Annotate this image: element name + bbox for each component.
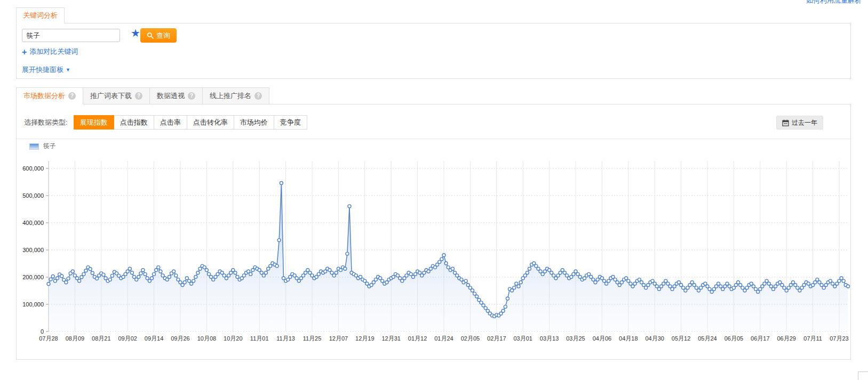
expand-quick-panel-label: 展开快捷面板: [22, 65, 63, 75]
svg-text:12月31: 12月31: [381, 335, 400, 342]
svg-text:06月17: 06月17: [751, 335, 769, 342]
chart-axis: [46, 161, 49, 332]
question-circle-icon[interactable]: ?: [188, 92, 195, 100]
svg-text:10月20: 10月20: [224, 335, 242, 342]
svg-text:500,000: 500,000: [22, 192, 44, 199]
svg-text:12月07: 12月07: [329, 335, 348, 342]
add-compare-keyword-link[interactable]: + 添加对比关键词: [22, 47, 78, 56]
data-type-impression-index[interactable]: 展现指数: [74, 115, 114, 130]
search-icon: [147, 32, 154, 39]
question-circle-icon[interactable]: ?: [254, 92, 262, 100]
tab-market-data-analysis[interactable]: 市场数据分析 ?: [16, 87, 83, 104]
data-type-click-rate[interactable]: 点击率: [154, 115, 187, 130]
svg-text:08月09: 08月09: [66, 335, 84, 342]
data-type-competition[interactable]: 竞争度: [274, 115, 307, 130]
svg-text:05月24: 05月24: [698, 335, 716, 342]
chart-area: [49, 183, 848, 332]
data-type-label: 选择数据类型:: [24, 118, 68, 127]
svg-text:03月13: 03月13: [540, 335, 559, 342]
svg-text:400,000: 400,000: [22, 220, 44, 226]
svg-text:11月01: 11月01: [250, 335, 269, 342]
svg-text:09月26: 09月26: [171, 335, 189, 342]
svg-text:200,000: 200,000: [22, 274, 44, 280]
svg-text:11月25: 11月25: [303, 335, 322, 342]
question-circle-icon[interactable]: ?: [135, 92, 142, 100]
svg-text:10月08: 10月08: [197, 335, 216, 342]
tab-keyword-analysis[interactable]: 关键词分析: [16, 7, 65, 23]
favorite-star-icon[interactable]: ★: [131, 27, 140, 39]
tab-promo-wordlist-download[interactable]: 推广词表下载 ?: [83, 87, 150, 104]
expand-quick-panel-link[interactable]: 展开快捷面板 ▼: [22, 65, 70, 75]
svg-text:09月02: 09月02: [118, 335, 137, 342]
svg-text:07月23: 07月23: [830, 335, 848, 342]
svg-text:06月29: 06月29: [777, 335, 795, 342]
data-type-toolbar: 选择数据类型: 展现指数 点击指数 点击率 点击转化率 市场均价 竞争度: [24, 115, 307, 130]
svg-text:12月19: 12月19: [355, 335, 374, 342]
svg-text:100,000: 100,000: [22, 301, 44, 308]
svg-text:04月18: 04月18: [619, 335, 638, 342]
calendar-icon: [782, 119, 789, 126]
legend-swatch: [29, 143, 39, 150]
svg-text:600,000: 600,000: [22, 165, 44, 172]
svg-text:05月12: 05月12: [672, 335, 690, 342]
svg-text:04月06: 04月06: [593, 335, 611, 342]
chart-legend: 筷子: [29, 142, 56, 151]
svg-text:02月17: 02月17: [487, 335, 506, 342]
tab-online-promo-ranking-label: 线上推广排名: [210, 91, 251, 101]
legend-series-label: 筷子: [43, 142, 56, 151]
traffic-analysis-help-link[interactable]: 如何利用流量解析: [806, 0, 862, 5]
add-compare-keyword-label: 添加对比关键词: [29, 47, 78, 56]
tab-data-pivot-label: 数据透视: [157, 91, 185, 101]
svg-text:06月05: 06月05: [724, 335, 743, 342]
query-button[interactable]: 查询: [140, 28, 177, 43]
trend-chart[interactable]: 07月2808月0908月2109月0209月1409月2610月0810月20…: [17, 158, 851, 350]
keyword-input[interactable]: [22, 29, 120, 42]
tab-market-data-analysis-label: 市场数据分析: [23, 91, 65, 101]
svg-text:300,000: 300,000: [22, 247, 44, 253]
tab-data-pivot[interactable]: 数据透视 ?: [150, 87, 203, 104]
query-button-label: 查询: [156, 31, 170, 41]
svg-text:0: 0: [41, 328, 44, 335]
svg-text:09月14: 09月14: [145, 335, 163, 342]
date-range-label: 过去一年: [792, 118, 817, 127]
data-type-market-avg-price[interactable]: 市场均价: [234, 115, 274, 130]
svg-text:11月13: 11月13: [276, 335, 295, 342]
question-circle-icon[interactable]: ?: [68, 92, 76, 100]
plus-icon: +: [22, 48, 27, 55]
svg-text:01月12: 01月12: [408, 335, 427, 342]
date-range-button[interactable]: 过去一年: [776, 116, 823, 130]
data-type-click-conversion-rate[interactable]: 点击转化率: [187, 115, 234, 130]
svg-text:07月11: 07月11: [803, 335, 822, 342]
chevron-down-icon: ▼: [66, 67, 70, 72]
analysis-tab-bar: 市场数据分析 ? 推广词表下载 ? 数据透视 ? 线上推广排名 ?: [16, 87, 269, 104]
svg-text:08月21: 08月21: [92, 335, 110, 342]
toolbar-divider: [17, 139, 850, 139]
tab-online-promo-ranking[interactable]: 线上推广排名 ?: [203, 87, 269, 104]
svg-text:02月05: 02月05: [461, 335, 480, 342]
market-data-panel: 选择数据类型: 展现指数 点击指数 点击率 点击转化率 市场均价 竞争度 过去一…: [16, 104, 851, 360]
data-type-click-index[interactable]: 点击指数: [114, 115, 154, 130]
svg-text:03月01: 03月01: [513, 335, 532, 342]
keyword-analysis-page: { "header": { "help_link": "如何利用流量解析" },…: [0, 0, 868, 380]
svg-text:01月24: 01月24: [434, 335, 453, 342]
svg-text:07月28: 07月28: [39, 335, 58, 342]
tab-promo-wordlist-download-label: 推广词表下载: [90, 91, 132, 101]
svg-text:04月30: 04月30: [645, 335, 664, 342]
keyword-panel: ★ 查询 + 添加对比关键词 展开快捷面板 ▼: [16, 23, 851, 79]
corner-widget[interactable]: [858, 371, 868, 380]
svg-text:03月25: 03月25: [566, 335, 585, 342]
